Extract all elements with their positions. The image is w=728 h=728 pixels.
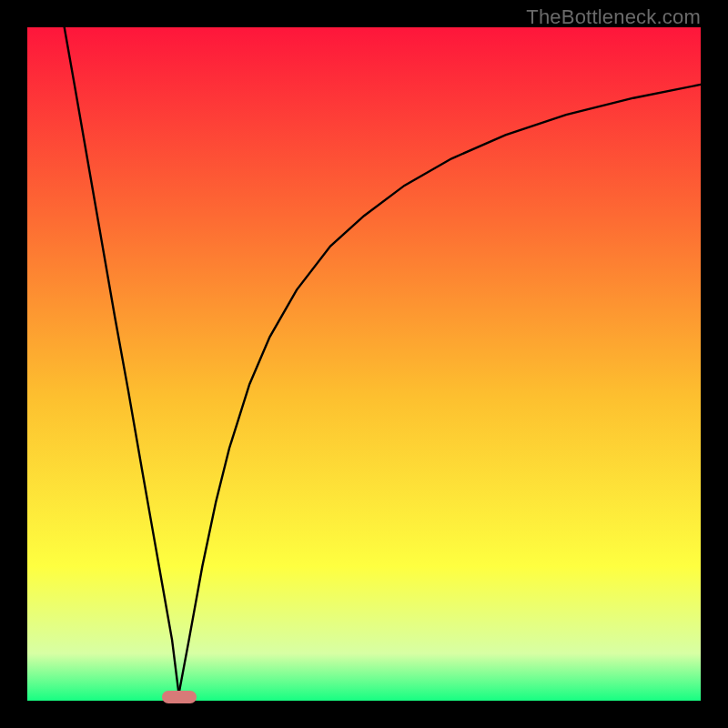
min-point-marker [162, 691, 197, 703]
plot-area [27, 27, 701, 701]
curve-layer [27, 27, 701, 701]
curve-right-branch [179, 85, 702, 694]
watermark-text: TheBottleneck.com [526, 5, 701, 29]
curve-left-branch [65, 27, 179, 694]
chart-frame: TheBottleneck.com [0, 0, 728, 728]
